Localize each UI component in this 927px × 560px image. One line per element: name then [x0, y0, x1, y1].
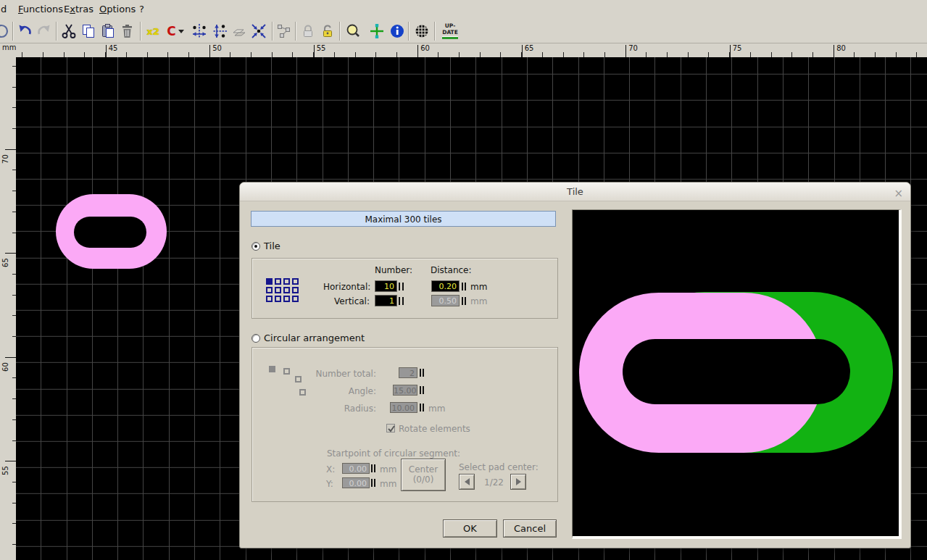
paste-icon[interactable]	[99, 22, 117, 41]
ruler-tick	[730, 45, 731, 57]
cut-icon[interactable]	[59, 22, 78, 41]
pad-obround-shape[interactable]	[56, 194, 167, 269]
pad-hole-shape	[623, 339, 850, 404]
ruler-tick	[230, 52, 230, 57]
stack-icon[interactable]	[230, 22, 249, 41]
menu-item-functions[interactable]: Functions	[18, 4, 63, 14]
x-unit-label: mm	[380, 464, 396, 475]
horizontal-unit-label: mm	[470, 282, 487, 292]
horizontal-number-spinner[interactable]	[399, 283, 404, 291]
pad-prev-button	[459, 474, 475, 490]
mirror-horizontal-icon[interactable]	[190, 22, 209, 41]
ruler-tick	[417, 45, 418, 57]
vertical-number-field[interactable]: 1	[375, 295, 397, 306]
number-total-label: Number total:	[314, 369, 376, 379]
rotate-icon[interactable]: C	[163, 22, 188, 41]
ruler-tick	[688, 52, 689, 57]
menu-item-options[interactable]: Options	[99, 4, 136, 14]
rotate-dropdown-caret[interactable]	[178, 30, 184, 33]
radius-spinner	[420, 404, 425, 411]
ruler-tick	[5, 357, 16, 358]
ruler-tick	[459, 52, 460, 57]
tile-preview-panel	[572, 209, 902, 539]
ruler-tick	[834, 45, 834, 57]
toolbar-separator	[56, 22, 57, 41]
toolbar-separator	[339, 22, 341, 41]
partial-icon[interactable]	[0, 22, 13, 41]
net-icon[interactable]	[275, 22, 294, 41]
tile-radio[interactable]	[252, 242, 260, 251]
x-field: 0.00	[342, 463, 370, 474]
tile-radio-label[interactable]: Tile	[264, 241, 280, 251]
circular-radio[interactable]	[252, 334, 260, 343]
horizontal-distance-field[interactable]: 0.20	[431, 280, 460, 292]
ruler-tick	[167, 52, 168, 57]
ruler-tick	[355, 52, 356, 57]
arrow-left-icon	[465, 478, 470, 485]
circular-group: Number total: 2 Angle: 15.00 Radius: 10.…	[252, 347, 558, 502]
ruler-tick	[771, 52, 772, 57]
info-icon[interactable]	[388, 22, 407, 41]
menu-item-extras[interactable]: Extras	[64, 4, 93, 14]
ruler-tick	[750, 52, 751, 57]
align-center-icon[interactable]	[249, 22, 268, 41]
ruler-label: 60	[1, 360, 9, 373]
ruler-tick	[188, 52, 189, 57]
ruler-tick	[375, 52, 376, 57]
dialog-title: Tile	[567, 186, 583, 197]
unlock-icon[interactable]	[318, 22, 337, 41]
circular-arc-icon	[269, 366, 275, 372]
lock-icon[interactable]	[299, 22, 317, 41]
ruler-label: 50	[212, 44, 222, 52]
menu-item-partial[interactable]: d	[1, 4, 7, 14]
x-label: X:	[326, 464, 335, 475]
undo-icon[interactable]	[15, 22, 34, 41]
radius-label: Radius:	[314, 404, 376, 414]
tile-dialog: Tile × Maximal 300 tiles Tile Number: Di…	[239, 182, 911, 548]
cancel-button[interactable]: Cancel	[503, 519, 557, 538]
y-field: 0.00	[342, 477, 370, 488]
circular-radio-label[interactable]: Circular arrangement	[264, 333, 365, 343]
horizontal-number-field[interactable]: 10	[375, 280, 397, 292]
dialog-titlebar[interactable]: Tile ×	[240, 183, 910, 201]
toolbar-separator	[408, 22, 410, 41]
ruler-label: 55	[317, 44, 326, 52]
x2-icon[interactable]: x2	[144, 22, 162, 41]
ruler-tick	[812, 52, 813, 57]
ruler-label: 75	[733, 44, 742, 52]
pad-index-label: 1/22	[484, 477, 504, 488]
horizontal-distance-spinner[interactable]	[462, 283, 467, 291]
mirror-vertical-icon[interactable]	[210, 22, 229, 41]
trash-icon[interactable]	[117, 22, 136, 41]
x-spinner	[371, 464, 376, 472]
angle-spinner	[420, 386, 425, 394]
ruler-tick	[292, 52, 293, 57]
crosshair-icon[interactable]	[367, 22, 386, 41]
ruler-tick	[251, 52, 252, 57]
ruler-tick	[209, 45, 210, 57]
ruler-tick	[126, 52, 127, 57]
ruler-top: 4550556065707580	[16, 43, 927, 57]
toolbar-separator	[434, 22, 436, 41]
ruler-tick	[84, 52, 85, 57]
redo-icon[interactable]	[35, 22, 54, 41]
close-icon[interactable]: ×	[894, 185, 903, 203]
ruler-tick	[396, 52, 397, 57]
ruler-label: 80	[836, 44, 846, 52]
ruler-tick	[604, 52, 605, 57]
vertical-number-spinner[interactable]	[399, 297, 404, 305]
ruler-tick	[708, 52, 709, 57]
halftone-icon[interactable]	[412, 22, 431, 41]
ruler-tick	[916, 52, 917, 57]
copy-icon[interactable]	[79, 22, 98, 41]
vertical-distance-field: 0.50	[431, 295, 460, 306]
zoom-icon[interactable]	[344, 22, 362, 41]
update-icon[interactable]: UP-DATE	[438, 22, 462, 41]
app-window: Sprint-Layout 6.0 d Functions Extras Opt…	[0, 0, 927, 560]
max-tiles-banner: Maximal 300 tiles	[251, 211, 556, 227]
menu-item-help[interactable]: ?	[139, 4, 144, 14]
toolbar-separator	[140, 22, 141, 41]
ruler-tick	[500, 52, 501, 57]
ok-button[interactable]: OK	[443, 519, 497, 538]
ruler-tick	[563, 52, 564, 57]
